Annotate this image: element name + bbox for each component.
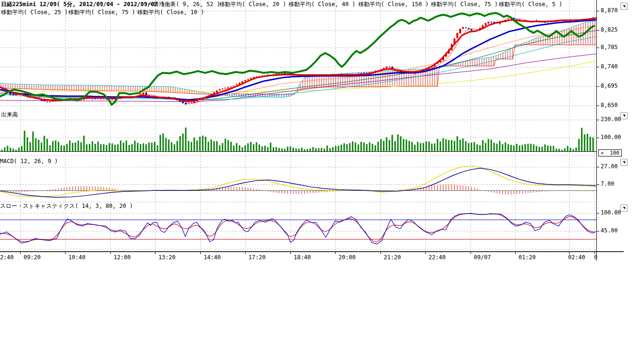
legend-item: 移動平均( Close, 40 ) [289, 1, 355, 8]
time-axis-label: 2:40 [0, 255, 14, 260]
panel-resize-arrow-icon[interactable]: ◥ [620, 205, 627, 212]
chart-application-window: 日経225mini 12/09( 5分, 2012/09/04 - 2012/0… [0, 0, 644, 362]
legend-item: 移動平均( Close, 75 ) [68, 9, 135, 16]
time-axis-label: 13:20 [158, 255, 175, 260]
time-axis-label: 17:20 [248, 255, 265, 260]
panel-resize-arrow-icon[interactable]: ◥ [620, 159, 627, 166]
legend-item: 移動平均( Close, 150 ) [358, 1, 429, 8]
panel-resize-arrow-icon[interactable]: ◥ [620, 3, 627, 10]
price-axis-label: 8,785 [601, 44, 618, 50]
volume-axis-label: 100.00 [601, 134, 621, 140]
volume-panel-label: 出来高 [1, 112, 18, 118]
time-axis-label: 12:00 [114, 255, 131, 260]
chart-canvas [0, 0, 644, 362]
time-axis-label: 18:40 [294, 255, 311, 260]
time-axis-label: 21:20 [384, 255, 401, 260]
price-axis-label: 8,695 [601, 83, 618, 89]
legend-item: 移動平均( Close, 25 ) [1, 9, 68, 16]
time-axis-label: 01:20 [519, 255, 536, 260]
time-axis-label: 20:00 [339, 255, 355, 260]
time-axis-label: 22:40 [429, 255, 446, 260]
legend-item: 一目均衡表( 9, 26, 52 ) [148, 1, 220, 8]
time-axis-label: 14:40 [204, 255, 221, 260]
price-axis-label: 8,870 [601, 8, 618, 13]
stoch-axis-label: 100.00 [601, 210, 621, 215]
panel-resize-arrow-icon[interactable]: ◥ [620, 112, 627, 119]
time-axis-label: 02:40 [568, 255, 585, 260]
stoch-axis-label: 45.00 [601, 228, 618, 233]
price-axis-label: 8,825 [601, 27, 618, 33]
macd-panel-label: MACD( 12, 26, 9 ) [0, 158, 58, 165]
macd-axis-label: 7.00 [601, 181, 614, 187]
price-axis-label: 8,650 [601, 102, 618, 108]
legend-item: 日経225mini 12/09( 5分, 2012/09/04 - 2012/0… [1, 1, 165, 8]
time-axis-label: 09/07 [474, 255, 491, 260]
legend-item: 移動平均( Close, 20 ) [219, 1, 286, 8]
legend-item: 移動平均( Close, 5 ) [499, 1, 562, 8]
volume-axis-label: 230.00 [601, 116, 621, 122]
legend-item: 移動平均( Close, 75 ) [431, 1, 498, 8]
stochastics-panel-label: スロー・ストキャスティクス( 14, 3, 80, 20 ) [0, 203, 133, 209]
macd-axis-label: 27.00 [601, 164, 618, 169]
volume-multiplier-badge: × 100 [598, 149, 622, 156]
time-axis-label: 0 [594, 255, 597, 260]
time-axis-label: 10:40 [68, 255, 85, 260]
time-axis-label: 09:20 [24, 255, 41, 260]
price-axis-label: 8,740 [601, 64, 618, 69]
legend-item: 移動平均( Close, 10 ) [137, 9, 204, 16]
